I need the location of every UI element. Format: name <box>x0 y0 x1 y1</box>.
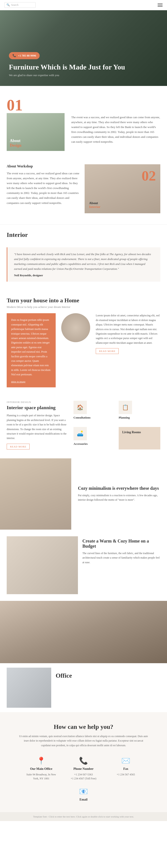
office-image <box>7 668 51 708</box>
contact-fax: ✉️ Fax +1 234 567 4565 <box>108 756 144 780</box>
about-interior-label: About Interior <box>89 201 100 209</box>
header: 🔍 Search <box>0 0 167 10</box>
full-photo-background <box>0 601 167 663</box>
hamburger-menu[interactable] <box>158 4 163 7</box>
workshop-left: About Workshop The event was a success, … <box>7 164 80 206</box>
section-house: Turn your house into a Home Modern Décor… <box>0 288 167 392</box>
budget-title: Create a Warm & Cozy Home on a Budget <box>82 538 160 549</box>
cozy-text: Put simply, cozy minimalism is a reactio… <box>78 493 160 502</box>
section-office: Office <box>0 663 167 712</box>
planning-icon: 📋 <box>119 401 132 414</box>
about-label: About <box>10 138 21 143</box>
planning-text: Planning is a simple part of interior de… <box>7 413 67 440</box>
phone-detail: +1 234-567-5363+1 234 4567 (Toll Free) <box>66 773 101 780</box>
consultations-label: Consultations <box>73 416 115 420</box>
hero-section: 📞 +1 785 88 9996 Furniture Which is Made… <box>0 10 167 86</box>
house-right-paragraph: Lorem ipsum dolor sit amet, consectetur … <box>96 313 160 345</box>
testimonial-author: Neil Reynolds, designer <box>14 274 154 277</box>
section-cozy: Cozy minimalism is everywhere these days… <box>0 458 167 530</box>
search-placeholder: Search <box>11 3 19 7</box>
office-label: Office <box>56 672 160 679</box>
search-icon: 🔍 <box>6 3 10 7</box>
section-help: How can we help you? Ut enim ad minim ve… <box>0 712 167 812</box>
house-left-link[interactable]: dolor in image <box>11 380 51 383</box>
sofa-image <box>61 313 90 342</box>
house-left-text: Duis eu feugiat pretium nibh ipsum conse… <box>11 318 51 377</box>
accessories-icon: 🛋️ <box>73 427 87 440</box>
office-icon: 📍 <box>23 756 59 765</box>
testimonial-box: "I have known and worked closely with Ri… <box>7 247 160 282</box>
contact-email: 📧 Email <box>66 787 101 803</box>
hero-subtitle: We are glad to share our expertise with … <box>9 73 158 77</box>
house-right-text: Lorem ipsum dolor sit amet, consectetur … <box>96 313 160 354</box>
phone-icon: 📞 <box>12 54 16 57</box>
cozy-title: Cozy minimalism is everywhere these days <box>78 486 160 491</box>
about-design-text: The event was a success, and we realized… <box>71 97 160 145</box>
phone-contact-icon: 📞 <box>66 756 101 765</box>
section-workshop: About Workshop The event was a success, … <box>0 162 167 224</box>
workshop-grid: About Workshop The event was a success, … <box>7 164 160 213</box>
budget-content: Create a Warm & Cozy Home on a Budget Th… <box>82 536 160 564</box>
interior-title: Interior <box>7 231 160 239</box>
about-design-left: 01 About Design <box>7 97 65 151</box>
phone-contact-name: Phone Number <box>66 767 101 771</box>
service-living-rooms: Living Rooms <box>119 427 160 450</box>
planning-label: Interior Design <box>7 401 67 403</box>
workshop-right: 02 About Interior <box>85 164 160 213</box>
section-planning: Interior Design Interior space planning … <box>0 392 167 458</box>
planning-title: Interior space planning <box>7 405 67 410</box>
hero-title: Furniture Which is Made Just for You <box>9 63 158 71</box>
footer: Template font - Click to enter the text … <box>0 812 167 821</box>
house-read-more[interactable]: READ MORE <box>96 348 119 354</box>
section-number-02: 02 <box>142 169 156 183</box>
house-left-panel: Duis eu feugiat pretium nibh ipsum conse… <box>7 313 56 388</box>
planning-left: Interior Design Interior space planning … <box>7 401 67 449</box>
contact-grid: 📍 Our Main Office Suite 94 Broadway, In … <box>7 756 160 803</box>
help-title: How can we help you? <box>7 723 160 731</box>
about-design-image: About Design <box>7 113 65 151</box>
section-budget: Create a Warm & Cozy Home on a Budget Th… <box>0 530 167 601</box>
hero-content: 📞 +1 785 88 9996 Furniture Which is Made… <box>9 52 158 77</box>
office-contact-name: Our Main Office <box>23 767 59 771</box>
interior-sub-label: Interior <box>89 205 100 209</box>
section-about-design: 01 About Design The event was a success,… <box>0 86 167 162</box>
email-icon: 📧 <box>66 787 101 796</box>
planning-read-more[interactable]: READ MORE <box>7 444 30 450</box>
contact-phone: 📞 Phone Number +1 234-567-5363+1 234 456… <box>66 756 101 780</box>
design-label: Design <box>10 143 21 148</box>
cozy-content: Cozy minimalism is everywhere these days… <box>71 458 167 530</box>
consultations-icon: 🏠 <box>73 401 87 414</box>
office-address: Suite 94 Broadway, In New York, NY 1001 <box>23 773 59 780</box>
phone-badge[interactable]: 📞 +1 785 88 9996 <box>9 52 40 59</box>
section-number-01: 01 <box>7 97 65 113</box>
workshop-title: About Workshop <box>7 164 80 168</box>
budget-image <box>7 536 78 594</box>
planning-service-label: Planning <box>119 416 160 420</box>
contact-office: 📍 Our Main Office Suite 94 Broadway, In … <box>23 756 59 780</box>
workshop-text: The event was a success, and we realized… <box>7 171 80 206</box>
about-design-paragraph: The event was a success, and we realized… <box>71 115 160 145</box>
fax-detail: +1 234 567 4565 <box>108 773 144 776</box>
living-rooms-label: Living Rooms <box>122 431 157 434</box>
accessories-label: Accessories <box>73 442 115 446</box>
testimonial-text: "I have known and worked closely with Ri… <box>14 252 154 271</box>
house-subtitle: Modern Décor to help you achieve your dr… <box>7 305 160 309</box>
phone-number: +1 785 88 9996 <box>18 54 36 57</box>
planning-services: 🏠 Consultations 📋 Planning 🛋️ Accessorie… <box>73 401 160 449</box>
planning-grid: Interior Design Interior space planning … <box>7 401 160 449</box>
fax-icon: ✉️ <box>108 756 144 765</box>
search-bar[interactable]: 🔍 Search <box>4 2 36 8</box>
section-02-badge: 02 <box>137 164 160 187</box>
cozy-image-bg <box>0 458 71 530</box>
email-name: Email <box>66 798 101 801</box>
budget-text: The curved lines of the furniture, the s… <box>82 551 160 564</box>
section-interior: Interior <box>0 224 167 247</box>
footer-text: Template font - Click to enter the text … <box>4 815 163 818</box>
section-full-photo <box>0 601 167 663</box>
office-content: Office <box>56 668 160 708</box>
help-intro: Ut enim ad minim veniam, quis nostrud ex… <box>19 734 148 748</box>
cozy-image <box>0 458 71 530</box>
service-consultations: 🏠 Consultations <box>73 401 115 423</box>
house-title: Turn your house into a Home <box>7 297 160 304</box>
house-grid: Duis eu feugiat pretium nibh ipsum conse… <box>7 313 160 388</box>
